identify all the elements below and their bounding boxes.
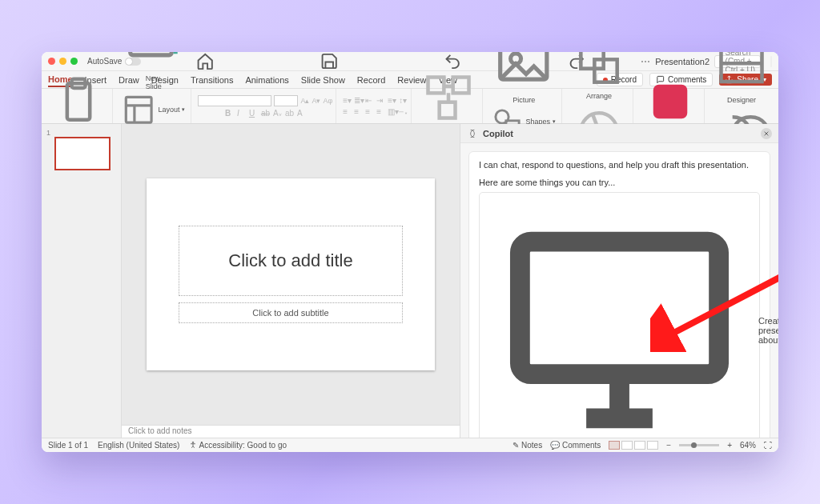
status-bar: Slide 1 of 1 English (United States) Acc… (42, 438, 778, 452)
notes-pane[interactable]: Click to add notes (122, 425, 460, 438)
status-notes-button[interactable]: ✎ Notes (512, 441, 542, 450)
svg-rect-7 (428, 77, 444, 93)
status-slide[interactable]: Slide 1 of 1 (48, 441, 88, 450)
copilot-title: Copilot (483, 129, 513, 138)
svg-rect-3 (131, 52, 172, 55)
document-title: Presentation2 (655, 57, 709, 66)
font-family-combo[interactable] (198, 95, 271, 106)
underline-icon[interactable]: U (249, 109, 258, 118)
slide-editor: Click to add title Click to add subtitle… (122, 124, 460, 438)
designer-button[interactable]: Designer (711, 52, 772, 106)
svg-rect-8 (453, 77, 469, 93)
clipboard-icon (51, 74, 106, 129)
presentation-icon (487, 198, 752, 452)
svg-point-24 (192, 442, 194, 443)
copilot-logo-icon (467, 128, 478, 139)
tab-record[interactable]: Record (357, 74, 385, 86)
svg-rect-16 (594, 59, 617, 82)
content-area: 1 Click to add title Click to add subtit… (42, 124, 778, 438)
arrange-icon (572, 52, 626, 91)
tab-animations[interactable]: Animations (245, 74, 288, 86)
svg-rect-4 (126, 97, 151, 122)
align-text-icon[interactable]: ⎓▾ (399, 107, 408, 116)
indent-right-icon[interactable]: ⇥ (376, 96, 385, 105)
zoom-fit-button[interactable]: ⛶ (764, 441, 772, 450)
copilot-try-text: Here are some things you can try... (479, 178, 760, 187)
shadow-icon[interactable]: Aᵥ (273, 109, 282, 118)
bullets-icon[interactable]: ≡▾ (343, 96, 352, 105)
status-comments-button[interactable]: 💬 Comments (550, 441, 601, 450)
view-reading-icon[interactable] (634, 441, 645, 450)
svg-rect-9 (440, 102, 456, 118)
view-normal-icon[interactable] (609, 441, 620, 450)
copilot-suggestion-1[interactable]: Create a presentation about... (479, 192, 760, 452)
zoom-out-button[interactable]: − (666, 441, 671, 450)
font-size-combo[interactable] (274, 95, 298, 106)
fullscreen-window-button[interactable] (70, 58, 78, 65)
font-color-icon[interactable]: A (297, 109, 306, 118)
close-icon (763, 130, 770, 137)
window-controls[interactable] (48, 58, 78, 65)
accessibility-icon (189, 441, 197, 449)
strike-icon[interactable]: ab (261, 109, 270, 118)
status-accessibility[interactable]: Accessibility: Good to go (189, 441, 287, 450)
zoom-in-button[interactable]: + (727, 441, 732, 450)
indent-left-icon[interactable]: ⇤ (365, 96, 374, 105)
tab-transitions[interactable]: Transitions (191, 74, 233, 86)
text-direction-icon[interactable]: ↕▾ (399, 96, 408, 105)
copilot-header: Copilot (460, 124, 778, 143)
picture-icon (492, 52, 555, 95)
view-sorter-icon[interactable] (621, 441, 633, 450)
save-icon[interactable] (270, 52, 388, 70)
italic-icon[interactable]: I (237, 109, 246, 118)
status-language[interactable]: English (United States) (98, 441, 179, 450)
layout-icon (122, 93, 155, 126)
more-icon[interactable]: ⋯ (641, 56, 650, 67)
clear-format-icon[interactable]: Aφ (323, 97, 332, 105)
picture-button[interactable]: Picture (489, 52, 558, 106)
copilot-pane: Copilot I can chat, respond to questions… (460, 124, 778, 438)
copilot-close-button[interactable] (761, 128, 772, 139)
align-right-icon[interactable]: ≡ (365, 107, 374, 116)
slide-thumbnail-1[interactable] (54, 137, 111, 170)
line-spacing-icon[interactable]: ≡▾ (388, 96, 396, 105)
copilot-intro-card: I can chat, respond to questions, and he… (468, 151, 770, 452)
title-placeholder[interactable]: Click to add title (179, 226, 403, 296)
view-switcher[interactable] (609, 441, 658, 450)
ribbon: Paste New Slide Layout▾ Reset Section▾ A… (42, 89, 778, 124)
smartart-icon (421, 70, 476, 125)
autosave-label: AutoSave (87, 57, 122, 66)
arrange-button[interactable]: Arrange (569, 52, 629, 102)
bold-icon[interactable]: B (225, 109, 234, 118)
align-left-icon[interactable]: ≡ (343, 107, 352, 116)
slide-canvas[interactable]: Click to add title Click to add subtitle (122, 124, 460, 425)
columns-icon[interactable]: ▥▾ (388, 107, 396, 116)
zoom-slider[interactable] (679, 444, 719, 446)
justify-icon[interactable]: ≡ (376, 107, 385, 116)
decrease-font-icon[interactable]: A▾ (312, 97, 320, 105)
tab-slideshow[interactable]: Slide Show (301, 74, 345, 86)
copilot-intro-text: I can chat, respond to questions, and he… (479, 160, 760, 170)
thumb-number: 1 (46, 129, 50, 137)
minimize-window-button[interactable] (59, 58, 66, 65)
zoom-percent[interactable]: 64% (740, 441, 756, 450)
subtitle-placeholder[interactable]: Click to add subtitle (179, 302, 403, 323)
svg-rect-18 (654, 86, 686, 118)
addins-icon (643, 74, 697, 129)
powerpoint-window: AutoSave ⋯ Presentation2 Search (Cmd + C… (42, 52, 778, 452)
highlight-icon[interactable]: ab (285, 109, 294, 118)
designer-icon (714, 52, 769, 95)
autosave-switch[interactable] (125, 58, 141, 66)
svg-rect-19 (721, 52, 762, 82)
layout-button[interactable]: Layout▾ (119, 93, 187, 126)
increase-font-icon[interactable]: A▴ (300, 97, 309, 105)
slide-thumbnails[interactable]: 1 (42, 124, 122, 438)
autosave-toggle[interactable]: AutoSave (87, 57, 141, 66)
numbering-icon[interactable]: ≣▾ (354, 96, 363, 105)
close-window-button[interactable] (48, 58, 55, 65)
slide[interactable]: Click to add title Click to add subtitle (147, 178, 435, 370)
view-slideshow-icon[interactable] (647, 441, 658, 450)
align-center-icon[interactable]: ≡ (354, 107, 363, 116)
svg-rect-20 (520, 242, 718, 374)
